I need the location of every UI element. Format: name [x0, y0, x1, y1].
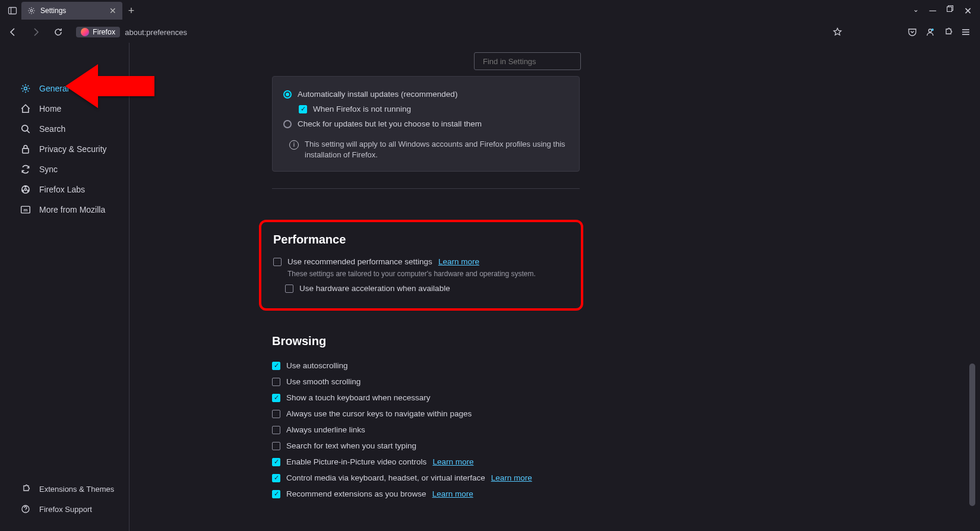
info-icon: i	[289, 140, 299, 150]
svg-line-12	[27, 131, 30, 133]
performance-section: Performance Use recommended performance …	[259, 220, 583, 311]
learn-more-link[interactable]: Learn more	[438, 257, 479, 266]
svg-point-4	[929, 29, 932, 32]
sidebar-item-privacy[interactable]: Privacy & Security	[0, 139, 129, 159]
settings-search[interactable]	[474, 52, 581, 70]
lock-icon	[20, 144, 31, 154]
help-icon	[20, 504, 31, 514]
svg-rect-3	[947, 7, 952, 11]
checkbox-label: Use recommended performance settings	[287, 257, 432, 266]
checkbox-label: Search for text when you start typing	[286, 441, 416, 450]
account-icon[interactable]	[925, 27, 935, 37]
learn-more-link[interactable]: Learn more	[432, 457, 473, 466]
radio-auto-install[interactable]: Automatically install updates (recommend…	[283, 86, 568, 102]
checkbox-label: Use hardware acceleration when available	[299, 284, 450, 293]
svg-text:m: m	[24, 207, 28, 213]
checkbox-icon: ✓	[272, 474, 280, 482]
sidebar-item-extensions[interactable]: Extensions & Themes	[0, 479, 129, 499]
checkbox-smooth-scroll[interactable]: Use smooth scrolling	[272, 374, 580, 390]
radio-check-only[interactable]: Check for updates but let you choose to …	[283, 116, 568, 132]
gear-icon	[20, 83, 31, 94]
settings-search-input[interactable]	[483, 57, 583, 66]
reload-button[interactable]	[50, 24, 67, 40]
learn-more-link[interactable]: Learn more	[432, 489, 473, 498]
radio-label: Check for updates but let you choose to …	[298, 119, 482, 128]
tabs-dropdown-icon[interactable]: ⌄	[913, 5, 919, 17]
checkbox-search-typing[interactable]: Search for text when you start typing	[272, 438, 580, 454]
home-icon	[20, 103, 31, 114]
close-tab-icon[interactable]: ✕	[109, 6, 116, 15]
updates-group: Automatically install updates (recommend…	[272, 76, 580, 172]
new-tab-button[interactable]: +	[122, 5, 140, 17]
tab-settings[interactable]: Settings ✕	[21, 2, 122, 20]
checkbox-label: Always underline links	[286, 425, 365, 434]
extensions-icon[interactable]	[943, 27, 953, 37]
checkbox-icon	[272, 410, 280, 418]
svg-point-10	[24, 87, 27, 90]
checkbox-hw-accel[interactable]: Use hardware acceleration when available	[273, 282, 569, 295]
checkbox-recommend-ext[interactable]: ✓ Recommend extensions as you browse Lea…	[272, 486, 580, 502]
sync-icon	[20, 164, 31, 175]
svg-point-17	[27, 190, 29, 191]
gear-icon	[27, 7, 36, 15]
sidebar-item-support[interactable]: Firefox Support	[0, 499, 129, 519]
annotation-arrow	[65, 59, 160, 113]
menu-icon[interactable]	[961, 27, 970, 37]
content: General Home Search Privacy & Security S…	[0, 43, 980, 531]
main-panel: Automatically install updates (recommend…	[129, 43, 980, 531]
scrollbar[interactable]	[969, 364, 975, 506]
sidebar: General Home Search Privacy & Security S…	[0, 43, 129, 531]
checkbox-label: Always use the cursor keys to navigate w…	[286, 409, 472, 418]
svg-point-11	[22, 125, 28, 131]
checkbox-cursor-keys[interactable]: Always use the cursor keys to navigate w…	[272, 406, 580, 422]
mozilla-icon: m	[20, 204, 31, 215]
checkbox-label: Recommend extensions as you browse	[286, 489, 426, 498]
svg-marker-9	[65, 64, 154, 108]
checkbox-label: Use autoscrolling	[286, 361, 348, 370]
checkbox-icon: ✓	[272, 362, 280, 370]
close-window-button[interactable]: ✕	[964, 5, 972, 17]
identity-badge[interactable]: Firefox	[76, 27, 120, 37]
sidebar-item-sync[interactable]: Sync	[0, 159, 129, 179]
back-button[interactable]	[5, 24, 21, 40]
checkbox-touch-keyboard[interactable]: ✓ Show a touch keyboard when necessary	[272, 390, 580, 406]
sidebar-item-label: General	[39, 84, 69, 93]
sidebar-item-label: Sync	[39, 165, 58, 174]
svg-point-15	[24, 188, 26, 190]
window-controls: ⌄ ─ ✕	[913, 5, 980, 17]
checkbox-recommended-perf[interactable]: Use recommended performance settings Lea…	[273, 255, 569, 268]
checkbox-label: Enable Picture-in-Picture video controls	[286, 457, 426, 466]
svg-point-5	[931, 29, 934, 31]
checkbox-icon: ✓	[299, 105, 307, 113]
checkbox-autoscroll[interactable]: ✓ Use autoscrolling	[272, 358, 580, 374]
browsing-section: Browsing ✓ Use autoscrolling Use smooth …	[272, 334, 580, 502]
checkbox-underline-links[interactable]: Always underline links	[272, 422, 580, 438]
perf-desc: These settings are tailored to your comp…	[273, 268, 569, 282]
checkbox-media-keys[interactable]: ✓ Control media via keyboard, headset, o…	[272, 470, 580, 486]
forward-button[interactable]	[27, 24, 44, 40]
checkbox-icon: ✓	[272, 394, 280, 402]
section-title-performance: Performance	[273, 233, 569, 246]
checkbox-when-not-running[interactable]: ✓ When Firefox is not running	[283, 102, 568, 116]
address-bar[interactable]: Firefox about:preferences	[72, 23, 827, 41]
maximize-button[interactable]	[947, 5, 953, 17]
minimize-button[interactable]: ─	[930, 5, 936, 17]
checkbox-pip[interactable]: ✓ Enable Picture-in-Picture video contro…	[272, 454, 580, 470]
sidebar-item-label: Home	[39, 104, 61, 113]
flask-icon	[20, 184, 31, 195]
sidebar-item-label: Extensions & Themes	[39, 485, 114, 494]
sidebar-toggle[interactable]	[4, 6, 21, 15]
sidebar-item-labs[interactable]: Firefox Labs	[0, 179, 129, 200]
sidebar-item-search[interactable]: Search	[0, 119, 129, 139]
pocket-icon[interactable]	[908, 27, 917, 37]
sidebar-item-label: Search	[39, 124, 65, 134]
bookmark-star-icon[interactable]	[833, 27, 842, 37]
sidebar-item-label: Firefox Support	[39, 505, 92, 514]
sidebar-item-more-mozilla[interactable]: m More from Mozilla	[0, 200, 129, 220]
svg-point-2	[30, 10, 33, 12]
tab-bar: Settings ✕ + ⌄ ─ ✕	[0, 0, 980, 21]
learn-more-link[interactable]: Learn more	[491, 473, 532, 482]
sidebar-item-label: Firefox Labs	[39, 185, 85, 194]
radio-label: Automatically install updates (recommend…	[298, 90, 457, 99]
checkbox-icon	[285, 285, 293, 293]
